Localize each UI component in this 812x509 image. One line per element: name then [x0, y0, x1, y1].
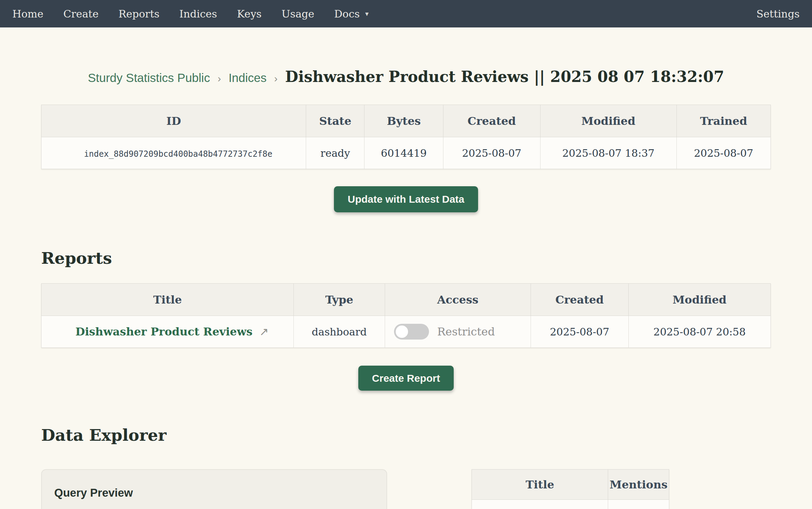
- reports-table: Title Type Access Created Modified Dishw…: [41, 283, 771, 348]
- breadcrumb-separator-icon: ›: [218, 72, 221, 85]
- breadcrumb-separator-icon: ›: [274, 72, 278, 85]
- access-control: Restricted: [385, 324, 531, 340]
- report-modified-cell: 2025-08-07 20:58: [628, 316, 770, 348]
- report-row: Dishwasher Product Reviews ↗ dashboard R…: [42, 316, 771, 348]
- index-bytes-cell: 6014419: [364, 137, 443, 169]
- nav-docs-label: Docs: [334, 8, 360, 20]
- breadcrumb: Sturdy Statistics Public › Indices › Dis…: [41, 67, 771, 86]
- col-header-access: Access: [385, 284, 531, 316]
- col-header-state: State: [306, 105, 364, 137]
- breadcrumb-link-root[interactable]: Sturdy Statistics Public: [88, 70, 210, 85]
- reports-table-section: Title Type Access Created Modified Dishw…: [41, 283, 771, 348]
- nav-item-usage[interactable]: Usage: [281, 8, 314, 20]
- index-table-header-row: ID State Bytes Created Modified Trained: [42, 105, 771, 137]
- col-header-created: Created: [531, 284, 628, 316]
- index-modified-cell: 2025-08-07 18:37: [540, 137, 676, 169]
- results-table: Title Mentions: [472, 469, 669, 509]
- reports-heading: Reports: [41, 249, 771, 268]
- results-table-section: Title Mentions: [472, 469, 669, 509]
- index-table-row: index_88d907209bcd400ba48b4772737c2f8e r…: [42, 137, 771, 169]
- report-title-link[interactable]: Dishwasher Product Reviews ↗: [76, 325, 269, 338]
- col-header-modified: Modified: [628, 284, 770, 316]
- nav-left-group: Home Create Reports Indices Keys Usage D…: [12, 8, 756, 20]
- results-table-row: [472, 500, 669, 509]
- access-status-label: Restricted: [437, 325, 495, 338]
- reports-table-header-row: Title Type Access Created Modified: [42, 284, 771, 316]
- index-created-cell: 2025-08-07: [443, 137, 540, 169]
- index-id-value: index_88d907209bcd400ba48b4772737c2f8e: [84, 149, 272, 159]
- col-header-title: Title: [42, 284, 294, 316]
- access-toggle-knob: [396, 325, 408, 338]
- page-title: Dishwasher Product Reviews || 2025 08 07…: [285, 67, 724, 86]
- external-link-icon: ↗: [259, 325, 269, 338]
- data-explorer-heading: Data Explorer: [41, 426, 771, 445]
- report-access-cell: Restricted: [385, 316, 531, 348]
- index-trained-cell: 2025-08-07: [676, 137, 770, 169]
- top-nav-bar: Home Create Reports Indices Keys Usage D…: [0, 0, 812, 27]
- data-explorer-row: Query Preview Title Mentions: [41, 469, 771, 509]
- col-header-bytes: Bytes: [364, 105, 443, 137]
- main-content: Sturdy Statistics Public › Indices › Dis…: [41, 67, 771, 509]
- update-with-latest-data-button[interactable]: Update with Latest Data: [334, 186, 478, 212]
- results-mentions-cell: [608, 500, 669, 509]
- create-report-button[interactable]: Create Report: [358, 366, 454, 391]
- nav-item-home[interactable]: Home: [12, 8, 43, 20]
- report-title-cell: Dishwasher Product Reviews ↗: [42, 316, 294, 348]
- nav-item-docs[interactable]: Docs ▾: [334, 8, 369, 20]
- index-state-cell: ready: [306, 137, 364, 169]
- nav-item-settings[interactable]: Settings: [756, 8, 800, 20]
- report-type-cell: dashboard: [294, 316, 385, 348]
- query-preview-title: Query Preview: [54, 486, 374, 499]
- index-table: ID State Bytes Created Modified Trained …: [41, 105, 771, 169]
- col-header-type: Type: [294, 284, 385, 316]
- col-header-created: Created: [443, 105, 540, 137]
- chevron-down-icon: ▾: [365, 10, 369, 18]
- results-table-header-row: Title Mentions: [472, 470, 669, 500]
- nav-item-reports[interactable]: Reports: [118, 8, 159, 20]
- nav-item-indices[interactable]: Indices: [179, 8, 217, 20]
- nav-item-create[interactable]: Create: [63, 8, 98, 20]
- col-header-modified: Modified: [540, 105, 676, 137]
- nav-item-keys[interactable]: Keys: [237, 8, 262, 20]
- access-toggle[interactable]: [394, 324, 429, 340]
- breadcrumb-link-indices[interactable]: Indices: [229, 70, 267, 85]
- query-preview-panel: Query Preview: [41, 469, 387, 509]
- col-header-trained: Trained: [676, 105, 770, 137]
- col-header-results-title: Title: [472, 470, 608, 500]
- report-created-cell: 2025-08-07: [531, 316, 628, 348]
- report-title-text: Dishwasher Product Reviews: [76, 325, 253, 338]
- index-id-cell: index_88d907209bcd400ba48b4772737c2f8e: [42, 137, 306, 169]
- col-header-id: ID: [42, 105, 306, 137]
- results-title-cell: [472, 500, 608, 509]
- index-table-section: ID State Bytes Created Modified Trained …: [41, 105, 771, 169]
- col-header-mentions: Mentions: [608, 470, 669, 500]
